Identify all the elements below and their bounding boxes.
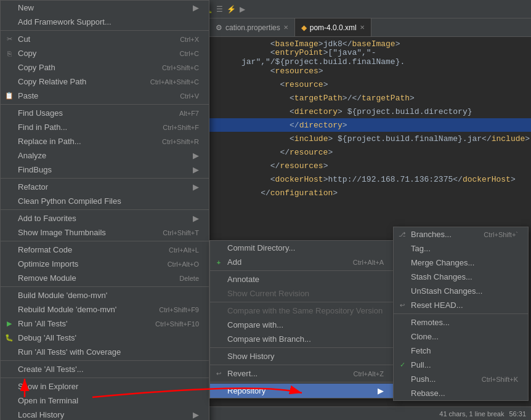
menu-add-framework[interactable]: Add Framework Support... <box>1 15 209 29</box>
vcs-show-current: Show Current Revision <box>210 286 394 301</box>
revert-icon: ↩ <box>214 370 224 377</box>
git-fetch[interactable]: Fetch <box>394 344 528 358</box>
git-pull[interactable]: ✓ Pull... <box>394 358 528 372</box>
menu-copy-rel-path[interactable]: Copy Relative Path Ctrl+Alt+Shift+C <box>1 75 209 89</box>
analyze-arrow: ▶ <box>193 151 199 160</box>
git-unstash[interactable]: UnStash Changes... <box>394 284 528 298</box>
menu-reformat[interactable]: Reformat Code Ctrl+Alt+L <box>1 243 209 257</box>
cut-icon: ✂ <box>4 35 14 43</box>
menu-replace-path[interactable]: Replace in Path... Ctrl+Shift+R <box>1 134 209 148</box>
refactor-arrow: ▶ <box>193 182 199 192</box>
sep-4 <box>1 209 209 210</box>
menu-copy-path[interactable]: Copy Path Ctrl+Shift+C <box>1 60 209 75</box>
git-reset[interactable]: ↩ Reset HEAD... <box>394 298 528 312</box>
copy-icon: ⎘ <box>4 50 14 57</box>
git-rebase[interactable]: Rebase... <box>394 386 528 400</box>
history-arrow: ▶ <box>193 410 199 419</box>
menu-rebuild-module[interactable]: Rebuild Module 'demo-mvn' Ctrl+Shift+F9 <box>1 302 209 317</box>
menu-remove-module[interactable]: Remove Module Delete <box>1 271 209 285</box>
branches-icon: ⎇ <box>397 231 407 238</box>
menu-open-terminal[interactable]: Open in Terminal <box>1 394 209 408</box>
code-line-10: </resources> <box>209 159 531 172</box>
git-branches[interactable]: ⎇ Branches... Ctrl+Shift+` <box>394 227 528 241</box>
tab-pom[interactable]: ◆ pom-4.0.0.xml ✕ <box>295 18 371 36</box>
status-position: 56:31 <box>509 410 526 418</box>
menu-findbugs[interactable]: FindBugs ▶ <box>1 163 209 177</box>
debug-icon: 🐛 <box>4 334 14 342</box>
sep-6 <box>1 286 209 287</box>
tab-properties[interactable]: ⚙ cation.properties ✕ <box>209 18 295 36</box>
code-line-5: <targetPath>/</targetPath> <box>209 91 531 105</box>
sep-8 <box>1 378 209 378</box>
sep-7 <box>1 360 209 361</box>
menu-create-tests[interactable]: Create 'All Tests'... <box>1 362 209 376</box>
menu-optimize-imports[interactable]: Optimize Imports Ctrl+Alt+O <box>1 257 209 271</box>
submenu-arrow: ▶ <box>193 3 199 12</box>
tab-xml-icon: ◆ <box>301 23 307 32</box>
vcs-repository[interactable]: Repository ▶ <box>210 384 394 398</box>
vcs-annotate[interactable]: Annotate <box>210 272 394 286</box>
vcs-commit-dir[interactable]: Commit Directory... <box>210 241 394 255</box>
menu-analyze[interactable]: Analyze ▶ <box>1 148 209 163</box>
vcs-sep-4 <box>210 365 394 365</box>
vcs-sep-5 <box>210 382 394 382</box>
forward-button[interactable]: ▶ <box>240 5 245 14</box>
sep-5 <box>1 241 209 241</box>
run-icon: ▶ <box>4 320 14 328</box>
menu-build-module[interactable]: Build Module 'demo-mvn' <box>1 288 209 302</box>
sep-2 <box>1 104 209 105</box>
menu-run-coverage[interactable]: Run 'All Tests' with Coverage <box>1 345 209 359</box>
findbugs-arrow: ▶ <box>193 165 199 174</box>
code-line-11: <dockerHost>http://192.168.71.136:2375</… <box>209 172 531 186</box>
vcs-sep-1 <box>210 270 394 271</box>
git-push[interactable]: Push... Ctrl+Shift+K <box>394 372 528 386</box>
git-merge[interactable]: Merge Changes... <box>394 256 528 270</box>
tab-close-properties[interactable]: ✕ <box>283 24 288 31</box>
git-tag[interactable]: Tag... <box>394 241 528 256</box>
reset-icon: ↩ <box>397 302 407 309</box>
menu-run-tests[interactable]: ▶ Run 'All Tests' Ctrl+Shift+F10 <box>1 317 209 331</box>
menu-show-explorer[interactable]: Show in Explorer <box>1 379 209 394</box>
add-icon: + <box>214 259 224 266</box>
tab-file-icon: ⚙ <box>216 23 222 32</box>
git-sep-1 <box>394 313 528 314</box>
vcs-show-history[interactable]: Show History <box>210 349 394 363</box>
menu-copy[interactable]: ⎘ Copy Ctrl+C <box>1 46 209 60</box>
tabbar: ⚙ cation.properties ✕ ◆ pom-4.0.0.xml ✕ <box>209 18 531 37</box>
code-line-7: </directory> <box>209 118 531 132</box>
vcs-add[interactable]: + Add Ctrl+Alt+A <box>210 255 394 269</box>
menu-debug-tests[interactable]: 🐛 Debug 'All Tests' <box>1 331 209 345</box>
menu-refactor[interactable]: Refactor ▶ <box>1 180 209 194</box>
sep-1 <box>1 30 209 31</box>
vcs-compare-with[interactable]: Compare with... <box>210 318 394 332</box>
code-line-6: <directory> ${project.build.directory} <box>209 105 531 118</box>
code-line-12: </configuration> <box>209 186 531 200</box>
code-line-9: </resource> <box>209 145 531 159</box>
main-context-menu: New ▶ Add Framework Support... ✂ Cut Ctr… <box>0 0 209 420</box>
menu-find-usages[interactable]: Find Usages Alt+F7 <box>1 106 209 120</box>
sep-3 <box>1 178 209 179</box>
favorites-arrow: ▶ <box>193 214 199 223</box>
coverage-button[interactable]: ☰ <box>216 5 223 14</box>
menu-show-thumbnails[interactable]: Show Image Thumbnails Ctrl+Shift+T <box>1 225 209 240</box>
code-line-2: <entryPoint>["java","-jar","/${project.b… <box>209 50 531 64</box>
status-chars: 41 chars, 1 line break <box>439 410 504 418</box>
menu-paste[interactable]: 📋 Paste Ctrl+V <box>1 89 209 103</box>
menu-clean-python[interactable]: Clean Python Compiled Files <box>1 194 209 208</box>
vcs-revert[interactable]: ↩ Revert... Ctrl+Alt+Z <box>210 366 394 381</box>
profile-button[interactable]: ⚡ <box>227 5 236 14</box>
git-remotes[interactable]: Remotes... <box>394 315 528 329</box>
menu-local-history[interactable]: Local History ▶ <box>1 408 209 420</box>
checkmark-icon: ✓ <box>397 361 407 369</box>
code-line-4: <resource> <box>209 78 531 91</box>
menu-cut[interactable]: ✂ Cut Ctrl+X <box>1 32 209 46</box>
tab-close-pom[interactable]: ✕ <box>360 24 365 31</box>
paste-icon: 📋 <box>4 92 14 100</box>
menu-add-favorites[interactable]: Add to Favorites ▶ <box>1 211 209 225</box>
menu-find-path[interactable]: Find in Path... Ctrl+Shift+F <box>1 120 209 134</box>
git-clone[interactable]: Clone... <box>394 329 528 344</box>
git-stash[interactable]: Stash Changes... <box>394 270 528 284</box>
git-context-menu: ⎇ Branches... Ctrl+Shift+` Tag... Merge … <box>393 227 529 401</box>
vcs-compare-branch[interactable]: Compare with Branch... <box>210 332 394 346</box>
menu-new[interactable]: New ▶ <box>1 1 209 15</box>
